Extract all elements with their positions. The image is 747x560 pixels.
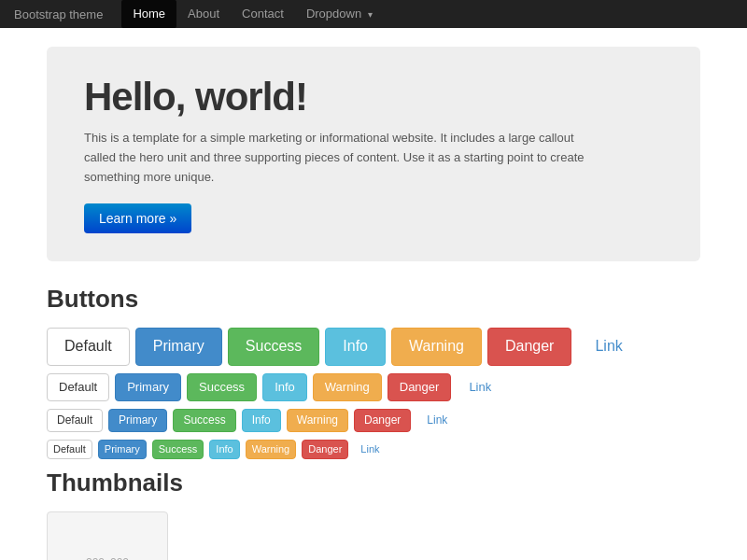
buttons-section-title: Buttons (47, 285, 700, 314)
buttons-section: Buttons Default Primary Success Info War… (47, 285, 700, 459)
btn-primary-lg[interactable]: Primary (135, 328, 222, 365)
thumbnails-section-title: Thumbnails (47, 469, 700, 497)
btn-warning-lg[interactable]: Warning (391, 328, 482, 365)
btn-info-sm[interactable]: Info (242, 409, 281, 432)
nav-link-contact[interactable]: Contact (231, 0, 295, 28)
button-row-sm: Default Primary Success Info Warning Dan… (47, 409, 700, 432)
btn-default-lg[interactable]: Default (47, 328, 130, 365)
navbar: Bootstrap theme Home About Contact Dropd… (0, 0, 747, 28)
button-row-xs: Default Primary Success Info Warning Dan… (47, 440, 700, 459)
btn-danger-xs[interactable]: Danger (302, 440, 348, 459)
nav-item-dropdown[interactable]: Dropdown ▾ (295, 0, 384, 29)
btn-default-sm[interactable]: Default (47, 409, 103, 432)
btn-warning-sm[interactable]: Warning (287, 409, 348, 432)
btn-default-xs[interactable]: Default (47, 440, 92, 459)
nav-link-dropdown[interactable]: Dropdown ▾ (295, 0, 384, 29)
btn-primary-sm[interactable]: Primary (108, 409, 167, 432)
btn-link-sm[interactable]: Link (416, 409, 458, 432)
nav-link-about[interactable]: About (176, 0, 231, 28)
btn-success-lg[interactable]: Success (228, 328, 319, 365)
btn-danger-lg[interactable]: Danger (487, 328, 571, 365)
btn-default-md[interactable]: Default (47, 373, 109, 401)
btn-link-xs[interactable]: Link (354, 440, 386, 459)
btn-link-md[interactable]: Link (457, 373, 503, 401)
btn-warning-md[interactable]: Warning (313, 373, 382, 401)
btn-primary-md[interactable]: Primary (115, 373, 181, 401)
btn-info-lg[interactable]: Info (325, 328, 386, 365)
hero-description: This is a template for a simple marketin… (84, 129, 607, 187)
nav-link-home[interactable]: Home (121, 0, 176, 28)
navbar-nav: Home About Contact Dropdown ▾ (121, 0, 383, 29)
btn-link-lg[interactable]: Link (577, 328, 640, 365)
btn-danger-sm[interactable]: Danger (354, 409, 411, 432)
thumbnails-section: Thumbnails 200x200 (47, 469, 700, 560)
btn-danger-md[interactable]: Danger (388, 373, 452, 401)
btn-success-xs[interactable]: Success (152, 440, 204, 459)
nav-item-contact[interactable]: Contact (231, 0, 295, 28)
button-row-lg: Default Primary Success Info Warning Dan… (47, 328, 700, 365)
nav-item-home[interactable]: Home (121, 0, 176, 28)
chevron-down-icon: ▾ (368, 9, 373, 20)
btn-info-md[interactable]: Info (262, 373, 307, 401)
button-row-md: Default Primary Success Info Warning Dan… (47, 373, 700, 401)
btn-primary-xs[interactable]: Primary (98, 440, 147, 459)
thumbnail-label: 200x200 (86, 556, 129, 560)
btn-success-md[interactable]: Success (187, 373, 257, 401)
hero-unit: Hello, world! This is a template for a s… (47, 47, 700, 261)
learn-more-button[interactable]: Learn more » (84, 203, 191, 233)
btn-info-xs[interactable]: Info (209, 440, 239, 459)
main-container: Hello, world! This is a template for a s… (33, 28, 714, 560)
navbar-brand[interactable]: Bootstrap theme (14, 7, 103, 21)
nav-item-about[interactable]: About (176, 0, 231, 28)
btn-success-sm[interactable]: Success (173, 409, 235, 432)
btn-warning-xs[interactable]: Warning (246, 440, 297, 459)
thumbnail-item: 200x200 (47, 511, 168, 560)
hero-title: Hello, world! (84, 75, 663, 119)
